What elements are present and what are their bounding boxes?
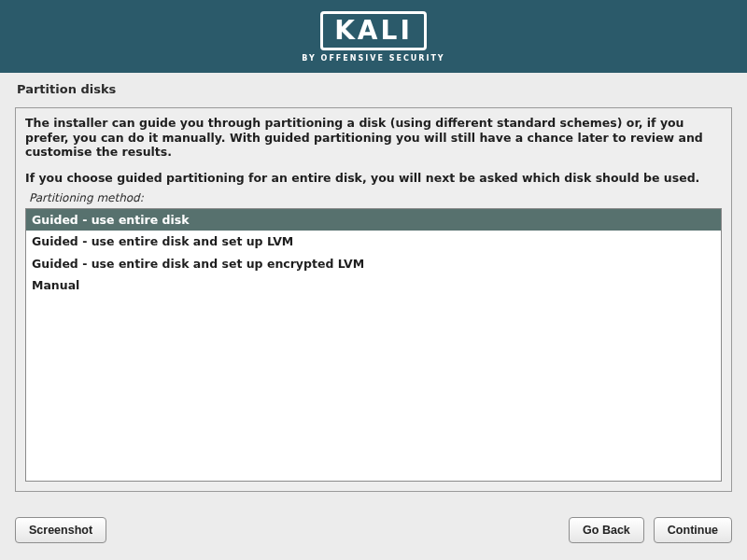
continue-button[interactable]: Continue bbox=[654, 517, 732, 543]
logo-subtitle: BY OFFENSIVE SECURITY bbox=[302, 54, 444, 63]
option-guided-entire-disk[interactable]: Guided - use entire disk bbox=[26, 209, 721, 231]
page-title: Partition disks bbox=[17, 82, 730, 96]
button-row: Screenshot Go Back Continue bbox=[0, 517, 747, 543]
go-back-button[interactable]: Go Back bbox=[569, 517, 644, 543]
content-panel: The installer can guide you through part… bbox=[15, 107, 732, 492]
logo-text: KALI bbox=[334, 18, 413, 44]
kali-logo: KALI BY OFFENSIVE SECURITY bbox=[302, 11, 444, 63]
description-paragraph-1: The installer can guide you through part… bbox=[25, 116, 722, 160]
page-title-bar: Partition disks bbox=[0, 73, 747, 102]
description-paragraph-2: If you choose guided partitioning for an… bbox=[25, 171, 722, 186]
option-manual[interactable]: Manual bbox=[26, 274, 721, 297]
logo-frame: KALI bbox=[320, 11, 427, 50]
screenshot-button[interactable]: Screenshot bbox=[15, 517, 106, 543]
option-guided-lvm[interactable]: Guided - use entire disk and set up LVM bbox=[26, 231, 721, 253]
partitioning-method-list[interactable]: Guided - use entire disk Guided - use en… bbox=[25, 208, 722, 483]
partitioning-method-label: Partitioning method: bbox=[29, 191, 722, 204]
header-banner: KALI BY OFFENSIVE SECURITY bbox=[0, 0, 747, 73]
option-guided-encrypted-lvm[interactable]: Guided - use entire disk and set up encr… bbox=[26, 253, 721, 275]
